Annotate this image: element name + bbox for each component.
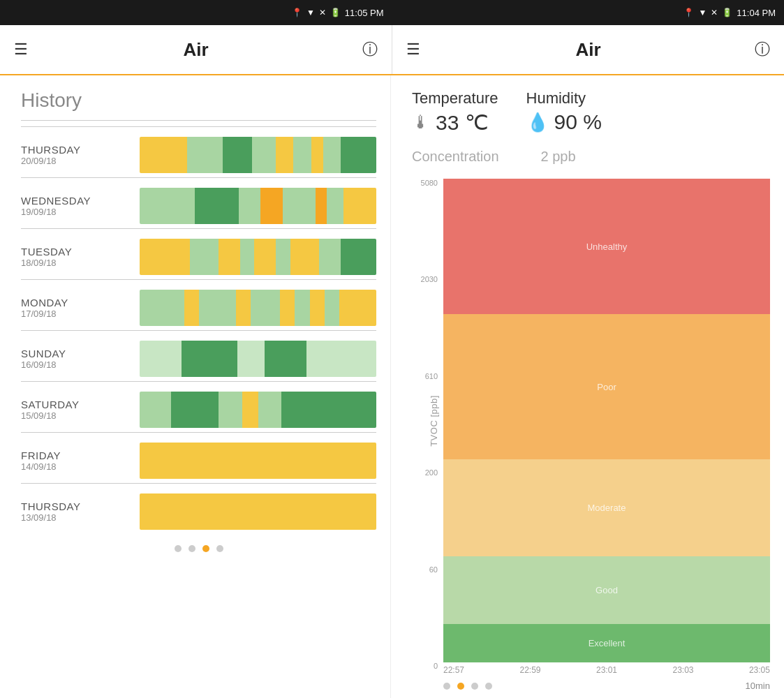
day-label-6: FRIDAY 14/09/18 — [21, 450, 133, 472]
temperature-value: 🌡 33 ℃ — [412, 110, 498, 135]
day-bar-7 — [140, 493, 376, 530]
info-button-right[interactable]: ⓘ — [755, 39, 770, 60]
thermometer-icon: 🌡 — [412, 112, 430, 133]
chart-band-good: Good — [443, 556, 770, 624]
bar-segment — [327, 188, 343, 224]
bar-segment — [140, 239, 190, 275]
bar-segment — [343, 188, 376, 224]
day-label-7: THURSDAY 13/09/18 — [21, 500, 133, 523]
menu-button-left[interactable]: ☰ — [14, 42, 28, 57]
page-dot-left-1[interactable] — [188, 545, 195, 552]
bar-segment — [140, 290, 184, 326]
day-date: 19/09/18 — [21, 207, 133, 217]
y-label-3: 200 — [425, 468, 438, 477]
bar-segment — [325, 290, 339, 326]
status-bar-right: 📍 ▼ ✕ 🔋 11:04 PM — [392, 0, 785, 25]
history-rows: THURSDAY 20/09/18 WEDNESDAY 19/09/18 TUE… — [21, 126, 376, 534]
bar-segment — [171, 392, 219, 428]
bar-segment — [310, 290, 325, 326]
day-label-0: THURSDAY 20/09/18 — [21, 144, 133, 166]
day-date: 20/09/18 — [21, 156, 133, 166]
location-icon-left: 📍 — [292, 8, 302, 17]
chart-x-axis: 22:5722:5923:0123:0323:05 — [443, 662, 770, 679]
temperature-number: 33 ℃ — [436, 110, 489, 135]
band-label-good: Good — [596, 585, 618, 595]
day-name: TUESDAY — [21, 246, 133, 258]
band-label-unhealthy: Unhealthy — [586, 242, 628, 252]
history-row: THURSDAY 13/09/18 — [21, 489, 376, 534]
bar-segment — [237, 341, 265, 377]
main-content: History THURSDAY 20/09/18 WEDNESDAY 19/0… — [0, 75, 784, 698]
chart-bottom-row: 10min — [443, 681, 770, 691]
time-left: 11:05 PM — [345, 8, 384, 18]
chart-bands: TVOC [ppb] UnhealthyPoorModerateGoodExce… — [443, 179, 770, 662]
bar-segment — [182, 341, 237, 377]
bar-segment — [319, 239, 341, 275]
history-panel: History THURSDAY 20/09/18 WEDNESDAY 19/0… — [0, 75, 391, 698]
info-button-left[interactable]: ⓘ — [362, 39, 378, 60]
bar-segment — [306, 341, 376, 377]
battery-icon-left: 🔋 — [330, 8, 341, 17]
day-name: WEDNESDAY — [21, 195, 133, 207]
bar-segment — [199, 290, 236, 326]
bar-segment — [236, 290, 251, 326]
bar-segment — [316, 188, 327, 224]
page-dot-left-0[interactable] — [175, 545, 182, 552]
separator-5 — [21, 381, 376, 382]
bar-segment — [254, 239, 276, 275]
signal-icon-right: ✕ — [711, 8, 718, 17]
bar-segment — [195, 188, 239, 224]
bar-segment — [219, 239, 240, 275]
bar-segment — [252, 137, 276, 173]
humidity-label: Humidity — [526, 89, 602, 107]
bar-segment — [251, 290, 280, 326]
page-dot-left-3[interactable] — [216, 545, 223, 552]
day-label-1: WEDNESDAY 19/09/18 — [21, 195, 133, 217]
bar-segment — [260, 188, 283, 224]
page-dots-left — [21, 534, 376, 559]
separator-6 — [21, 432, 376, 433]
band-label-moderate: Moderate — [588, 503, 626, 513]
temperature-block: Temperature 🌡 33 ℃ — [412, 89, 498, 135]
bar-segment — [295, 290, 309, 326]
day-date: 13/09/18 — [21, 512, 133, 523]
y-label-0: 5080 — [421, 179, 438, 187]
page-dot-right-1[interactable] — [457, 683, 464, 690]
chart-wrapper: 50802030610200600 TVOC [ppb] UnhealthyPo… — [412, 179, 770, 691]
x-label-4: 23:05 — [749, 665, 770, 679]
separator-1 — [21, 177, 376, 178]
bar-segment — [140, 341, 182, 377]
bar-segment — [187, 137, 223, 173]
bar-segment — [283, 188, 316, 224]
history-row: THURSDAY 20/09/18 — [21, 133, 376, 177]
app-headers: ☰ Air ⓘ ☰ Air ⓘ — [0, 25, 784, 75]
bar-segment — [341, 137, 376, 173]
page-dot-left-2[interactable] — [202, 545, 209, 552]
menu-button-right[interactable]: ☰ — [406, 42, 420, 57]
bar-segment — [140, 188, 195, 224]
page-dot-right-0[interactable] — [443, 683, 450, 690]
bar-segment — [311, 137, 323, 173]
day-label-2: TUESDAY 18/09/18 — [21, 246, 133, 268]
bar-segment — [242, 392, 258, 428]
x-label-1: 22:59 — [519, 665, 540, 679]
bar-segment — [281, 392, 376, 428]
page-dot-right-2[interactable] — [471, 683, 478, 690]
day-bar-1 — [140, 188, 376, 224]
time-right: 11:04 PM — [737, 8, 776, 18]
bar-segment — [276, 239, 290, 275]
day-label-5: SATURDAY 15/09/18 — [21, 399, 133, 421]
history-title: History — [21, 89, 376, 112]
x-label-2: 23:01 — [596, 665, 617, 679]
chart-area: TVOC [ppb] UnhealthyPoorModerateGoodExce… — [443, 179, 770, 691]
droplet-icon: 💧 — [526, 112, 549, 133]
concentration-value: 2 ppb — [541, 149, 576, 165]
separator-2 — [21, 228, 376, 229]
bar-segment — [184, 290, 199, 326]
battery-icon-right: 🔋 — [722, 8, 732, 17]
day-bar-2 — [140, 239, 376, 275]
day-bar-4 — [140, 341, 376, 377]
tvoc-label: TVOC [ppb] — [429, 395, 439, 447]
day-label-4: SUNDAY 16/09/18 — [21, 348, 133, 370]
page-dot-right-3[interactable] — [485, 683, 492, 690]
